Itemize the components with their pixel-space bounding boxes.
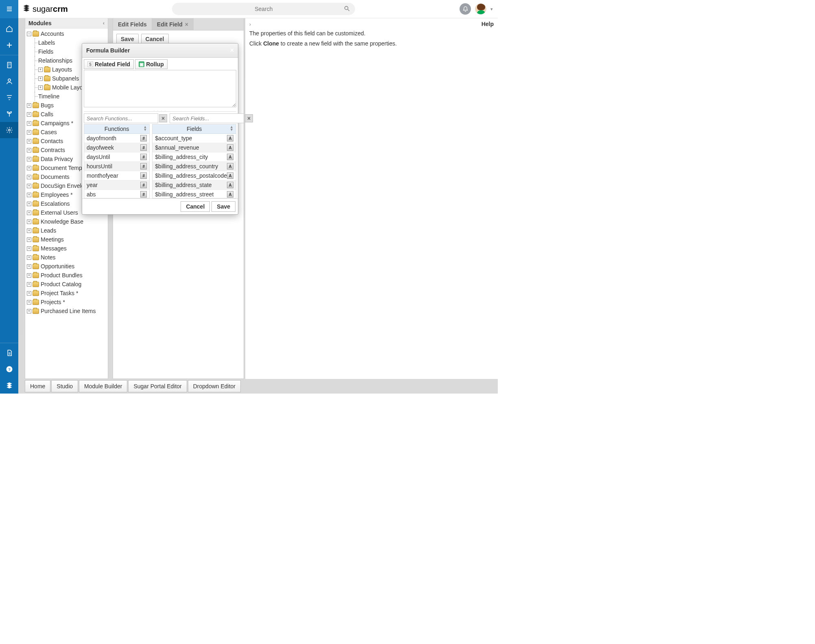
tab-close-icon[interactable]: × [185, 21, 188, 28]
function-row[interactable]: daysUntil# [84, 152, 149, 162]
bottom-tab-sugar-portal-editor[interactable]: Sugar Portal Editor [128, 380, 187, 392]
clear-functions-search-icon[interactable]: × [159, 114, 167, 122]
modal-cancel-button[interactable]: Cancel [181, 201, 210, 212]
tree-child-item[interactable]: Subpanels [52, 75, 79, 82]
tree-module-item[interactable]: Messages [41, 245, 67, 252]
tree-module-item[interactable]: Campaigns * [41, 120, 73, 126]
nav-growth-icon[interactable] [0, 106, 18, 122]
hamburger-menu[interactable] [0, 0, 18, 18]
tree-module-item[interactable]: Contacts [41, 138, 63, 144]
nav-stack-icon[interactable] [0, 377, 18, 394]
modal-close-icon[interactable]: × [230, 47, 234, 54]
tree-module-item[interactable]: Project Tasks * [41, 290, 78, 296]
tree-module-item[interactable]: Cases [41, 129, 57, 135]
formula-textarea[interactable] [84, 70, 236, 107]
field-row[interactable]: $annual_revenueA [153, 143, 236, 152]
nav-settings-icon[interactable] [0, 122, 18, 138]
function-row[interactable]: hoursUntil# [84, 162, 149, 171]
nav-person-icon[interactable] [0, 73, 18, 89]
tree-module-item[interactable]: Leads [41, 227, 56, 234]
tree-expander[interactable]: + [27, 246, 31, 251]
sort-icon[interactable]: ▲▼ [143, 126, 147, 131]
tree-module-item[interactable]: Notes [41, 254, 56, 261]
tree-module-item[interactable]: Calls [41, 111, 53, 117]
tree-module-item[interactable]: Documents [41, 174, 70, 180]
tree-module-item[interactable]: Data Privacy [41, 156, 73, 162]
tree-child-item[interactable]: Layouts [52, 66, 72, 73]
tree-expander[interactable]: + [27, 291, 31, 296]
field-row[interactable]: $billing_address_stateA [153, 181, 236, 190]
tree-module-item[interactable]: Knowledge Base [41, 218, 83, 225]
tree-expander[interactable]: + [27, 148, 31, 152]
tree-expander[interactable]: + [38, 85, 43, 90]
field-row[interactable]: $billing_address_countryA [153, 162, 236, 171]
function-row[interactable]: dayofweek# [84, 143, 149, 152]
tree-expander[interactable]: + [27, 273, 31, 278]
nav-add-icon[interactable] [0, 37, 18, 53]
field-row[interactable]: $billing_address_postalcodeA [153, 171, 236, 181]
tree-expander[interactable]: + [27, 300, 31, 305]
tree-expander[interactable]: + [27, 193, 31, 197]
nav-building-icon[interactable] [0, 57, 18, 73]
tree-expander[interactable]: + [27, 255, 31, 260]
tree-module-item[interactable]: Product Catalog [41, 281, 81, 287]
user-menu-chevron[interactable]: ▾ [490, 7, 493, 12]
brand-logo[interactable]: sugarcrm [22, 4, 68, 14]
tree-expander[interactable]: + [38, 67, 43, 72]
tree-expander[interactable]: + [27, 237, 31, 242]
tree-module-item[interactable]: Product Bundles [41, 272, 83, 278]
bottom-tab-studio[interactable]: Studio [51, 380, 78, 392]
field-row[interactable]: $account_typeA [153, 134, 236, 143]
related-field-button[interactable]: $ Related Field [84, 59, 134, 69]
tree-expander[interactable]: + [27, 112, 31, 117]
tree-expander[interactable]: + [27, 220, 31, 224]
tree-module-item[interactable]: Employees * [41, 191, 73, 198]
tree-child-item[interactable]: Timeline [38, 93, 59, 100]
search-functions-input[interactable] [84, 113, 158, 123]
function-row[interactable]: dayofmonth# [84, 134, 149, 143]
tree-module-item[interactable]: Contracts [41, 147, 65, 153]
functions-header[interactable]: Functions ▲▼ [84, 124, 149, 134]
tree-child-item[interactable]: Fields [38, 48, 53, 55]
tree-module-item[interactable]: Bugs [41, 102, 54, 109]
tab-edit-fields[interactable]: Edit Fields [113, 18, 152, 30]
tree-expander[interactable]: + [27, 103, 31, 108]
function-row[interactable]: monthofyear# [84, 171, 149, 181]
sort-icon[interactable]: ▲▼ [230, 126, 233, 131]
nav-help-icon[interactable]: ? [0, 361, 18, 377]
tree-module-item[interactable]: Meetings [41, 236, 64, 243]
tree-expander[interactable]: + [27, 175, 31, 179]
field-row[interactable]: $billing_address_streetA [153, 190, 236, 198]
tree-module-item[interactable]: Opportunities [41, 263, 74, 270]
function-row[interactable]: abs# [84, 190, 149, 198]
bottom-tab-dropdown-editor[interactable]: Dropdown Editor [188, 380, 241, 392]
tree-expander[interactable]: + [27, 309, 31, 313]
tree-expander[interactable]: + [27, 130, 31, 135]
resize-grip[interactable]: ∙ ∙ ∙ ∙ [84, 109, 236, 112]
field-row[interactable]: $billing_address_cityA [153, 152, 236, 162]
tab-edit-field[interactable]: Edit Field× [152, 18, 194, 30]
tree-expander[interactable]: + [27, 166, 31, 170]
tree-expander[interactable]: + [38, 76, 43, 81]
tree-expander[interactable]: + [27, 228, 31, 233]
tree-expander[interactable]: + [27, 202, 31, 206]
tree-module-item[interactable]: Purchased Line Items [41, 308, 96, 314]
user-avatar[interactable] [475, 3, 486, 15]
nav-filter-icon[interactable] [0, 89, 18, 106]
bottom-tab-module-builder[interactable]: Module Builder [79, 380, 127, 392]
tree-expander[interactable]: − [27, 32, 31, 36]
tree-module-item[interactable]: Escalations [41, 200, 70, 207]
tree-module-item[interactable]: External Users [41, 209, 78, 216]
modal-save-button[interactable]: Save [211, 201, 235, 212]
global-search[interactable] [172, 3, 355, 15]
tree-child-item[interactable]: Labels [38, 39, 55, 46]
tree-child-item[interactable]: Relationships [38, 57, 72, 64]
tree-expander[interactable]: + [27, 157, 31, 161]
nav-document-icon[interactable] [0, 345, 18, 361]
fields-header[interactable]: Fields ▲▼ [153, 124, 236, 134]
tree-expander[interactable]: + [27, 264, 31, 269]
tree-expander[interactable]: + [27, 184, 31, 188]
modules-collapse-icon[interactable]: ‹ [103, 20, 105, 26]
tree-expander[interactable]: + [27, 121, 31, 126]
rollup-button[interactable]: ▣ Rollup [135, 59, 168, 69]
